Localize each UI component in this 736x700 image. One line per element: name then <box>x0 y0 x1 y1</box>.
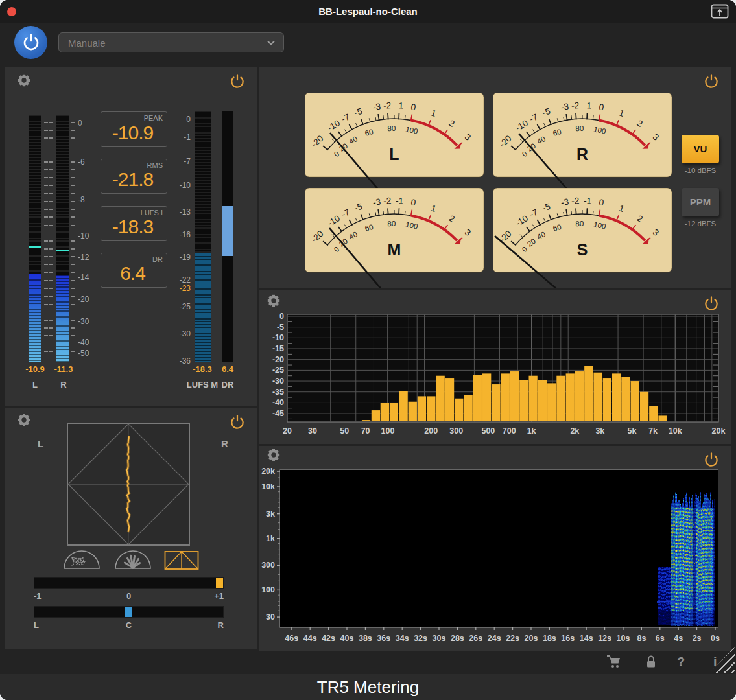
main-scale-tick-label: -6 <box>78 158 85 166</box>
spectrum-bar <box>381 402 389 421</box>
spectrum-bar <box>445 378 454 421</box>
level-meter-bar-right <box>56 115 69 362</box>
spectrogram-x-label: 38s <box>359 634 372 643</box>
readout-value: 6.4 <box>101 262 164 285</box>
spectrum-bar <box>584 366 593 421</box>
lufs-scale-tick-label: -13 <box>169 208 191 216</box>
correlation-marker <box>216 578 223 588</box>
spectrogram-x-label: 14s <box>580 634 593 643</box>
lufs-m-value: -18.3 <box>188 364 217 374</box>
dynamic-range-bar <box>222 111 233 362</box>
vu-scale-label: -2 <box>383 196 392 206</box>
cart-icon[interactable] <box>606 655 622 669</box>
spectrum-bar <box>464 395 472 421</box>
spectrogram-x-label: 46s <box>285 634 298 643</box>
gonio-mode-scatter-icon[interactable] <box>62 550 102 570</box>
panel-power-icon[interactable] <box>704 74 719 92</box>
spectrogram-x-label: 18s <box>543 634 556 643</box>
balance-meter[interactable] <box>34 606 224 618</box>
spectrogram-panel: 20k10k3k1k3001003046s44s42s40s38s36s34s3… <box>259 446 731 651</box>
spectrum-bar <box>436 376 445 421</box>
spectrum-x-label: 30 <box>308 426 317 436</box>
vu-scale-label: -2 <box>571 100 580 111</box>
spectrum-bar <box>603 378 611 421</box>
spectrum-x-label: 5k <box>628 426 637 436</box>
tick-column <box>71 122 75 358</box>
correlation-meter[interactable] <box>34 577 224 589</box>
vu-sub-scale-label: 80 <box>575 220 584 228</box>
readout-value: -10.9 <box>101 122 164 144</box>
popout-window-icon[interactable] <box>711 4 729 19</box>
spectrum-bar <box>649 406 658 421</box>
lock-icon[interactable] <box>643 655 659 669</box>
spectrum-bar <box>538 380 547 421</box>
correlation-max-label: +1 <box>214 591 224 601</box>
settings-gear-icon[interactable] <box>17 73 31 90</box>
vu-channel-label: S <box>577 240 588 259</box>
vu-channel-label: M <box>388 240 401 259</box>
spectrum-y-label: -40 <box>272 398 284 407</box>
spectrum-y-label: -10 <box>272 333 284 342</box>
dr-label: DR <box>217 380 239 390</box>
main-scale-tick-label: -10 <box>78 232 89 240</box>
gonio-mode-lissajous-icon[interactable] <box>113 550 153 570</box>
lufs-m-label: LUFS M <box>183 380 222 390</box>
lufs-scale-tick-label: 0 <box>169 115 191 123</box>
spectrum-bar <box>455 399 463 421</box>
spectrum-bar <box>418 396 426 421</box>
spectrogram-x-label: 4s <box>674 634 683 643</box>
spectrogram-y-label: 1k <box>266 534 275 543</box>
vu-mode-button[interactable]: VU <box>682 135 719 163</box>
spectrum-x-label: 700 <box>503 426 516 436</box>
spectrum-bar <box>482 373 491 421</box>
plugin-power-button[interactable] <box>14 26 47 59</box>
spectrum-analyzer-panel: 0-5-10-15-20-25-30-35-40-452030507010020… <box>259 290 731 444</box>
spectrum-bar <box>621 377 630 421</box>
spectrum-x-label: 200 <box>424 426 438 436</box>
spectrum-bar <box>556 376 565 421</box>
left-channel-label: L <box>21 380 49 390</box>
gonio-mode-triangle-icon[interactable] <box>164 550 199 570</box>
titlebar: BB-Lespaul-no-Clean <box>0 0 736 23</box>
lufs-scale-tick-label: -23 <box>169 285 191 292</box>
lufs-scale-tick-label: -10 <box>169 181 191 189</box>
spectrogram-y-label: 3k <box>266 509 275 519</box>
help-icon[interactable]: ? <box>677 655 685 670</box>
spectrum-bar <box>399 391 407 421</box>
panel-power-icon[interactable] <box>230 74 245 92</box>
main-scale-tick-label: -8 <box>78 196 85 204</box>
settings-gear-icon[interactable] <box>17 413 31 430</box>
spectrum-bar <box>528 376 537 421</box>
vu-sub-scale-label: 80 <box>387 220 396 228</box>
vu-scale-label: -3 <box>372 102 381 113</box>
lufs-scale-tick-label: -16 <box>169 231 191 239</box>
vu-scale-label: -3 <box>560 102 569 113</box>
spectrum-x-label: 3k <box>595 426 604 436</box>
goniometer-panel: L R -1 0 +1 L C R <box>5 408 257 649</box>
spectrum-x-label: 2k <box>570 426 579 436</box>
spectrum-bar <box>427 396 435 421</box>
spectrogram-x-label: 32s <box>414 634 427 643</box>
preset-dropdown[interactable]: Manuale <box>58 32 284 52</box>
tick-column <box>44 122 48 358</box>
readout-label: PEAK <box>144 114 163 122</box>
spectrogram-x-label: 0s <box>711 634 720 643</box>
spectrum-y-label: 0 <box>279 312 284 321</box>
balance-right-label: R <box>214 620 224 630</box>
spectrum-bar <box>501 373 510 421</box>
vu-scale-label: -1 <box>584 100 592 111</box>
spectrum-y-label: -15 <box>272 344 284 353</box>
spectrogram-x-label: 34s <box>396 634 409 643</box>
spectrum-plot: 0-5-10-15-20-25-30-35-40-452030507010020… <box>259 290 731 444</box>
dr-value: 6.4 <box>217 364 239 374</box>
vu-mode-caption: -10 dBFS <box>674 167 727 174</box>
spectrum-x-label: 100 <box>381 426 395 436</box>
main-scale-tick-label: -14 <box>78 274 89 281</box>
panel-power-icon[interactable] <box>230 415 245 433</box>
main-scale-tick-label: 0 <box>78 119 82 127</box>
ppm-mode-caption: -12 dBFS <box>674 220 727 228</box>
spectrum-bar <box>612 373 621 421</box>
left-peak-value: -10.9 <box>21 364 49 374</box>
plugin-window: BB-Lespaul-no-Clean Manuale <box>0 0 736 700</box>
ppm-mode-button[interactable]: PPM <box>682 188 719 216</box>
